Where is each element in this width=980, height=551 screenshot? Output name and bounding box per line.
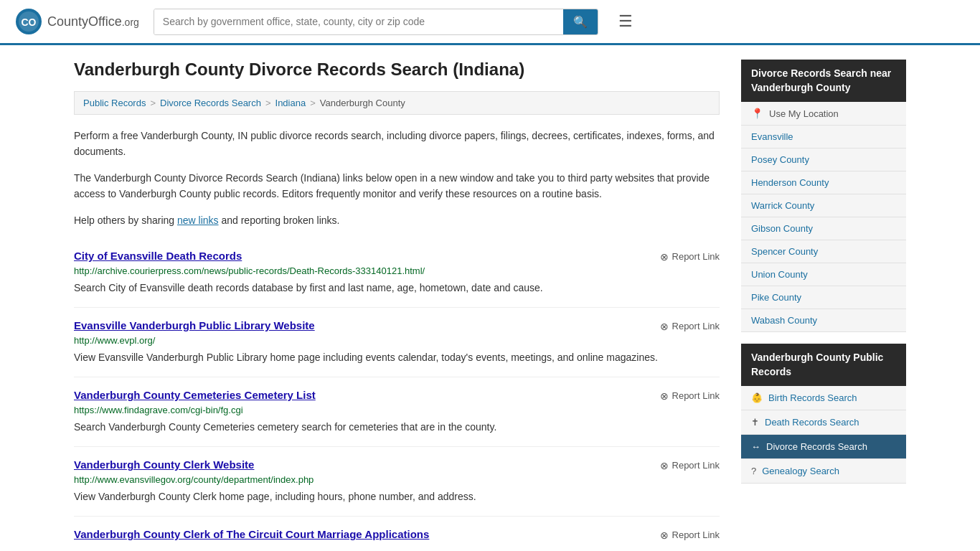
rec-icon-0: 👶 xyxy=(751,392,763,403)
sidebar-nearby-link-0[interactable]: 📍 Use My Location xyxy=(741,102,906,125)
sidebar-nearby-item-4: Warrick County xyxy=(741,194,906,217)
result-title-3[interactable]: Vanderburgh County Clerk Website xyxy=(74,458,254,471)
report-icon-0: ⊗ xyxy=(660,251,669,263)
desc3-pre: Help others by sharing xyxy=(74,215,177,226)
result-desc-3: View Vanderburgh County Clerk home page,… xyxy=(74,489,720,504)
rec-icon-3: ? xyxy=(751,466,756,476)
breadcrumb-sep-3: > xyxy=(310,98,316,108)
description-3: Help others by sharing new links and rep… xyxy=(74,212,720,228)
report-link-btn-0[interactable]: ⊗ Report Link xyxy=(660,250,720,263)
sidebar-record-label-3: Genealogy Search xyxy=(762,466,839,476)
result-title-2[interactable]: Vanderburgh County Cemeteries Cemetery L… xyxy=(74,389,316,401)
logo-suffix: .org xyxy=(122,17,139,28)
report-icon-2: ⊗ xyxy=(660,390,669,402)
report-icon-1: ⊗ xyxy=(660,321,669,332)
report-label-0: Report Link xyxy=(672,251,720,262)
result-title-4[interactable]: Vanderburgh County Clerk of The Circuit … xyxy=(74,528,429,540)
result-url-1[interactable]: http://www.evpl.org/ xyxy=(74,335,720,346)
sidebar-nearby-link-9[interactable]: Wabash County xyxy=(741,309,906,331)
breadcrumb: Public Records > Divorce Records Search … xyxy=(74,91,720,115)
sidebar-nearby-label-7: Union County xyxy=(751,269,808,280)
report-label-2: Report Link xyxy=(672,390,720,401)
report-label-1: Report Link xyxy=(672,321,720,331)
report-label-3: Report Link xyxy=(672,460,720,471)
sidebar-nearby-label-6: Spencer County xyxy=(751,246,818,257)
result-desc-0: Search City of Evansville death records … xyxy=(74,281,720,296)
result-desc-1: View Evansville Vanderburgh Public Libra… xyxy=(74,350,720,365)
sidebar-record-link-0[interactable]: 👶 Birth Records Search xyxy=(741,386,906,410)
rec-icon-2: ↔ xyxy=(751,441,760,452)
logo-main-text: CountyOffice xyxy=(47,14,122,29)
page-title: Vanderburgh County Divorce Records Searc… xyxy=(74,60,720,80)
logo-text: CountyOffice.org xyxy=(47,14,139,29)
result-url-3[interactable]: http://www.evansvillegov.org/county/depa… xyxy=(74,474,720,485)
rec-icon-1: ✝ xyxy=(751,417,759,428)
sidebar-nearby-label-0: Use My Location xyxy=(769,108,839,119)
sidebar-nearby-link-7[interactable]: Union County xyxy=(741,263,906,286)
result-desc-2: Search Vanderburgh County Cemeteries cem… xyxy=(74,420,720,435)
sidebar-nearby-link-6[interactable]: Spencer County xyxy=(741,240,906,263)
report-link-btn-3[interactable]: ⊗ Report Link xyxy=(660,458,720,471)
sidebar-nearby-item-0: 📍 Use My Location xyxy=(741,102,906,126)
report-icon-3: ⊗ xyxy=(660,460,669,471)
sidebar-nearby-link-8[interactable]: Pike County xyxy=(741,286,906,309)
sidebar-nearby-list: 📍 Use My Location Evansville Posey Count… xyxy=(741,102,906,332)
sidebar-record-item-3: ? Genealogy Search xyxy=(741,459,906,484)
sidebar-record-item-2: ↔ Divorce Records Search xyxy=(741,435,906,459)
sidebar-nearby-item-9: Wabash County xyxy=(741,309,906,332)
report-link-btn-1[interactable]: ⊗ Report Link xyxy=(660,319,720,332)
sidebar-record-link-1[interactable]: ✝ Death Records Search xyxy=(741,410,906,434)
main-content: Vanderburgh County Divorce Records Searc… xyxy=(74,60,720,551)
result-title-1[interactable]: Evansville Vanderburgh Public Library We… xyxy=(74,319,315,331)
loc-icon-0: 📍 xyxy=(751,108,763,119)
result-title-0[interactable]: City of Evansville Death Records xyxy=(74,250,242,262)
sidebar-nearby-item-3: Henderson County xyxy=(741,171,906,194)
content-wrapper: Vanderburgh County Divorce Records Searc… xyxy=(60,45,920,551)
new-links-link[interactable]: new links xyxy=(177,215,219,226)
report-link-btn-2[interactable]: ⊗ Report Link xyxy=(660,389,720,402)
sidebar-nearby-link-4[interactable]: Warrick County xyxy=(741,194,906,217)
result-item: Vanderburgh County Cemeteries Cemetery L… xyxy=(74,377,720,447)
result-url-2[interactable]: https://www.findagrave.com/cgi-bin/fg.cg… xyxy=(74,405,720,415)
sidebar-nearby-item-8: Pike County xyxy=(741,286,906,309)
svg-text:CO: CO xyxy=(22,17,37,28)
sidebar-record-label-2: Divorce Records Search xyxy=(766,441,867,452)
breadcrumb-link-divorce-records[interactable]: Divorce Records Search xyxy=(160,98,261,108)
sidebar-nearby-label-8: Pike County xyxy=(751,292,801,303)
sidebar-nearby-item-2: Posey County xyxy=(741,149,906,171)
sidebar-record-link-2[interactable]: ↔ Divorce Records Search xyxy=(741,435,906,458)
sidebar-record-link-3[interactable]: ? Genealogy Search xyxy=(741,459,906,483)
sidebar: Divorce Records Search near Vanderburgh … xyxy=(741,60,906,551)
search-input[interactable] xyxy=(154,9,563,34)
sidebar-nearby-link-3[interactable]: Henderson County xyxy=(741,171,906,194)
search-button[interactable]: 🔍 xyxy=(563,9,598,34)
sidebar-record-label-1: Death Records Search xyxy=(765,417,859,428)
report-icon-4: ⊗ xyxy=(660,529,669,541)
site-header: CO CountyOffice.org 🔍 ☰ xyxy=(0,0,980,45)
description-1: Perform a free Vanderburgh County, IN pu… xyxy=(74,128,720,160)
sidebar-nearby-link-5[interactable]: Gibson County xyxy=(741,217,906,240)
menu-button[interactable]: ☰ xyxy=(618,12,633,31)
sidebar-nearby-title: Divorce Records Search near Vanderburgh … xyxy=(741,60,906,102)
sidebar-nearby-item-7: Union County xyxy=(741,263,906,286)
report-link-btn-4[interactable]: ⊗ Report Link xyxy=(660,528,720,541)
logo[interactable]: CO CountyOffice.org xyxy=(14,7,139,36)
desc3-post: and reporting broken links. xyxy=(219,215,340,226)
sidebar-nearby-item-1: Evansville xyxy=(741,126,906,149)
breadcrumb-link-public-records[interactable]: Public Records xyxy=(83,98,146,108)
breadcrumb-sep-1: > xyxy=(150,98,156,108)
search-bar: 🔍 xyxy=(154,9,598,35)
breadcrumb-link-indiana[interactable]: Indiana xyxy=(275,98,306,108)
sidebar-nearby-link-1[interactable]: Evansville xyxy=(741,126,906,148)
sidebar-nearby-label-9: Wabash County xyxy=(751,315,817,326)
description-2: The Vanderburgh County Divorce Records S… xyxy=(74,170,720,202)
sidebar-nearby-label-5: Gibson County xyxy=(751,223,813,234)
sidebar-nearby-item-5: Gibson County xyxy=(741,217,906,240)
result-url-0[interactable]: http://archive.courierpress.com/news/pub… xyxy=(74,265,720,276)
sidebar-records-section: Vanderburgh County Public Records 👶 Birt… xyxy=(741,344,906,484)
sidebar-nearby-link-2[interactable]: Posey County xyxy=(741,149,906,171)
result-item: City of Evansville Death Records ⊗ Repor… xyxy=(74,238,720,308)
sidebar-nearby-label-4: Warrick County xyxy=(751,200,814,211)
sidebar-record-label-0: Birth Records Search xyxy=(768,392,857,403)
sidebar-record-item-0: 👶 Birth Records Search xyxy=(741,386,906,410)
